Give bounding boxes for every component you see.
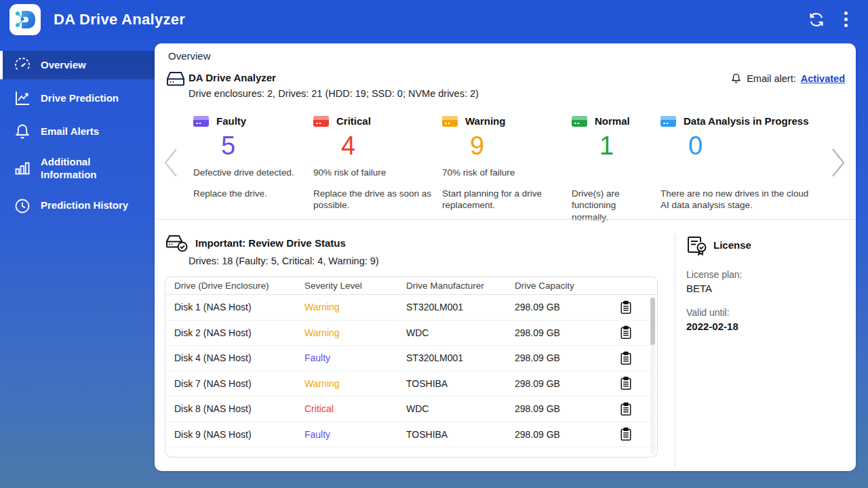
- table-row[interactable]: Disk 4 (NAS Host) Faulty ST320LM001 298.…: [165, 346, 657, 371]
- gauge-icon: [14, 56, 31, 74]
- table-row[interactable]: Disk 9 (NAS Host) Faulty TOSHIBA 298.09 …: [165, 422, 657, 448]
- sidebar-item-drive-prediction[interactable]: Drive Prediction: [0, 84, 155, 113]
- top-bar: DA Drive Analyzer: [0, 0, 868, 39]
- status-card-count: 5: [193, 133, 313, 159]
- copy-details-button[interactable]: [620, 427, 633, 441]
- table-scrollbar-thumb[interactable]: [650, 298, 655, 345]
- status-cards-row: Faulty 5 Defective drive detected. Repla…: [193, 115, 826, 223]
- status-card-recommendation: Replace the drive.: [193, 188, 313, 199]
- sidebar-item-additional-information[interactable]: Additional Information: [0, 150, 155, 187]
- column-header-drive: Drive (Drive Enclosure): [174, 281, 304, 291]
- column-header-manufacturer: Drive Manufacturer: [406, 281, 515, 291]
- status-card-label: Normal: [595, 115, 630, 127]
- license-title: License: [713, 239, 751, 251]
- sidebar-item-label: Additional Information: [41, 156, 132, 182]
- cell-manufacturer: TOSHIBA: [406, 429, 515, 440]
- cell-capacity: 298.09 GB: [515, 352, 618, 363]
- drive-status-table: Drive (Drive Enclosure) Severity Level D…: [165, 277, 658, 458]
- section-divider: [155, 219, 856, 220]
- table-row[interactable]: Disk 2 (NAS Host) Warning WDC 298.09 GB: [165, 321, 657, 346]
- summary-title: DA Drive Analyzer: [189, 72, 276, 83]
- table-scrollbar[interactable]: [650, 297, 655, 453]
- app-logo: [9, 4, 41, 35]
- sidebar-item-overview[interactable]: Overview: [0, 51, 155, 79]
- bell-icon: [14, 123, 31, 140]
- more-menu-button[interactable]: [844, 12, 848, 27]
- cell-severity: Faulty: [304, 429, 406, 440]
- status-card-label: Data Analysis in Progress: [684, 115, 809, 127]
- status-card-description: [660, 167, 826, 182]
- status-card-recommendation: Start planning for a drive replacement.: [442, 188, 572, 211]
- status-card-faulty: Faulty 5 Defective drive detected. Repla…: [193, 115, 313, 223]
- cell-manufacturer: TOSHIBA: [406, 378, 515, 389]
- status-card-description: [572, 167, 660, 182]
- license-valid-value: 2022-02-18: [686, 321, 738, 332]
- copy-details-button[interactable]: [620, 351, 633, 365]
- app-title: DA Drive Analyzer: [54, 11, 185, 28]
- cell-manufacturer: WDC: [406, 403, 515, 414]
- review-title: Important: Review Drive Status: [195, 237, 346, 249]
- cell-capacity: 298.09 GB: [515, 302, 618, 312]
- main-content-card: Overview DA Drive Analyzer Drive enclosu…: [155, 43, 856, 471]
- cell-manufacturer: ST320LM001: [406, 302, 515, 312]
- refresh-button[interactable]: [808, 11, 825, 28]
- cell-manufacturer: WDC: [406, 327, 515, 338]
- status-card-critical: Critical 4 90% risk of failure Replace t…: [313, 115, 442, 223]
- cell-capacity: 298.09 GB: [515, 327, 618, 338]
- cell-severity: Warning: [304, 302, 406, 312]
- page-title: Overview: [168, 50, 211, 62]
- status-card-warning: Warning 9 70% risk of failure Start plan…: [442, 115, 572, 223]
- cell-drive: Disk 2 (NAS Host): [174, 327, 304, 338]
- status-card-label: Faulty: [216, 115, 246, 127]
- table-header-row: Drive (Drive Enclosure) Severity Level D…: [165, 277, 657, 295]
- license-plan-value: BETA: [686, 283, 712, 294]
- carousel-right-chevron[interactable]: [829, 146, 846, 179]
- email-alert: Email alert: Activated: [730, 72, 845, 85]
- sidebar-item-label: Drive Prediction: [41, 92, 119, 105]
- license-plan-label: License plan:: [686, 269, 743, 280]
- table-row[interactable]: Disk 8 (NAS Host) Critical WDC 298.09 GB: [165, 396, 657, 422]
- cell-drive: Disk 1 (NAS Host): [174, 302, 304, 312]
- sidebar-item-email-alerts[interactable]: Email Alerts: [0, 117, 155, 146]
- status-card-recommendation: There are no new drives in the cloud AI …: [660, 188, 826, 211]
- status-card-label: Critical: [336, 115, 371, 127]
- status-card-count: 0: [660, 133, 826, 159]
- status-card-count: 9: [442, 133, 572, 159]
- status-card-normal: Normal 1 Drive(s) are functioning normal…: [572, 115, 660, 223]
- copy-details-button[interactable]: [620, 402, 633, 416]
- status-card-data-analysis: Data Analysis in Progress 0 There are no…: [660, 115, 826, 223]
- review-drive-status-icon: [165, 234, 189, 255]
- table-row-partial[interactable]: [165, 447, 657, 458]
- bar-chart-icon: [14, 160, 31, 178]
- cell-capacity: 298.09 GB: [515, 403, 618, 414]
- status-card-count: 4: [313, 133, 442, 159]
- table-row[interactable]: Disk 7 (NAS Host) Warning TOSHIBA 298.09…: [165, 371, 657, 397]
- table-row[interactable]: Disk 1 (NAS Host) Warning ST320LM001 298…: [165, 295, 657, 321]
- cell-capacity: 298.09 GB: [515, 378, 618, 389]
- cell-severity: Warning: [304, 327, 406, 338]
- copy-details-button[interactable]: [620, 300, 633, 314]
- vertical-divider: [675, 234, 675, 467]
- cell-severity: Critical: [304, 403, 406, 414]
- email-alert-label: Email alert:: [747, 73, 796, 84]
- faulty-drive-icon: [193, 116, 209, 127]
- copy-details-button[interactable]: [620, 376, 633, 390]
- carousel-left-chevron[interactable]: [163, 146, 180, 179]
- status-card-description: 70% risk of failure: [442, 167, 572, 182]
- warning-drive-icon: [442, 116, 458, 127]
- email-alert-activated-link[interactable]: Activated: [801, 73, 845, 84]
- sidebar-item-label: Prediction History: [41, 199, 128, 212]
- cell-drive: Disk 9 (NAS Host): [174, 429, 304, 440]
- cell-severity: Faulty: [304, 352, 406, 363]
- clock-icon: [14, 197, 31, 215]
- sidebar-item-prediction-history[interactable]: Prediction History: [0, 192, 155, 220]
- cell-capacity: 298.09 GB: [515, 429, 618, 440]
- review-subtitle: Drives: 18 (Faulty: 5, Critical: 4, Warn…: [189, 256, 379, 266]
- app-logo-icon: [14, 8, 37, 31]
- sidebar-item-label: Overview: [41, 59, 86, 72]
- cell-severity: Warning: [304, 378, 406, 389]
- copy-details-button[interactable]: [620, 325, 633, 340]
- license-valid-label: Valid until:: [686, 307, 730, 318]
- status-card-description: Defective drive detected.: [193, 167, 313, 182]
- sidebar-item-label: Email Alerts: [41, 125, 99, 138]
